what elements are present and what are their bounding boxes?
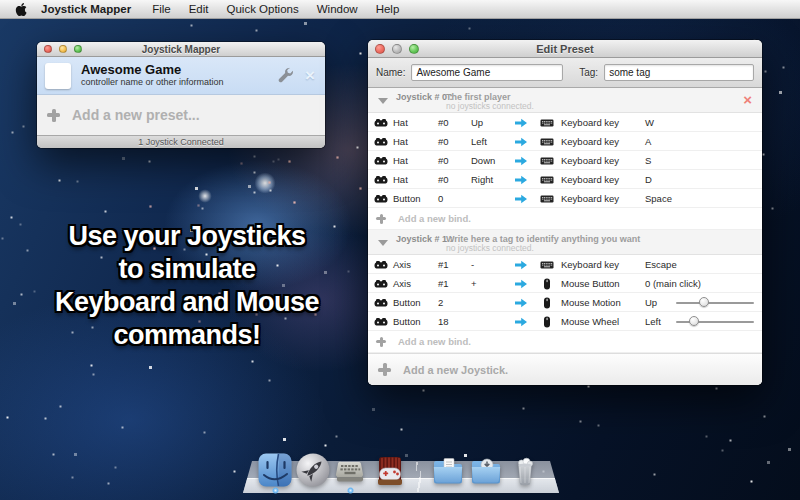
dock-documents-folder-icon[interactable] xyxy=(430,452,466,488)
window-title: Edit Preset xyxy=(536,43,593,55)
joystick-connected-status: 1 Joystick Connected xyxy=(138,137,224,147)
target-type: Keyboard key xyxy=(561,170,619,189)
preset-subtitle: controller name or other information xyxy=(81,77,278,88)
add-joystick-row[interactable]: Add a new Joystick. xyxy=(368,353,762,385)
joystick-1-header[interactable]: Joystick # 1 : Write here a tag to ident… xyxy=(368,230,762,255)
source-id: 2 xyxy=(438,293,443,312)
wrench-icon[interactable] xyxy=(278,67,295,84)
add-bind-label: Add a new bind. xyxy=(398,336,471,347)
slider-thumb[interactable] xyxy=(699,297,709,307)
joystick-0-header[interactable]: Joystick # 0 : The first player no joyst… xyxy=(368,88,762,113)
dock-downloads-folder-icon[interactable] xyxy=(468,452,504,488)
right-arrow-icon xyxy=(514,113,528,132)
bind-row[interactable]: Button 2 Mouse Motion Up xyxy=(368,293,762,312)
target-value: Escape xyxy=(645,255,677,274)
add-joystick-label: Add a new Joystick. xyxy=(403,364,508,376)
source-direction: + xyxy=(471,274,477,293)
keyboard-icon xyxy=(539,255,555,274)
menu-help[interactable]: Help xyxy=(367,0,409,18)
target-value: W xyxy=(645,113,654,132)
source-id: #0 xyxy=(438,113,449,132)
apple-menu[interactable] xyxy=(10,2,32,17)
delete-preset-icon[interactable]: × xyxy=(305,67,315,84)
preset-window-titlebar[interactable]: Joystick Mapper xyxy=(37,42,325,57)
remove-joystick-icon[interactable]: × xyxy=(743,90,752,110)
gamepad-icon xyxy=(374,151,388,170)
source-id: #0 xyxy=(438,151,449,170)
slider-thumb[interactable] xyxy=(689,316,699,326)
tagline-line-4: commands! xyxy=(22,319,352,352)
source-id: #1 xyxy=(438,274,449,293)
close-button[interactable] xyxy=(44,45,52,53)
menu-edit[interactable]: Edit xyxy=(180,0,218,18)
bind-row[interactable]: Axis #1 - Keyboard key Escape xyxy=(368,255,762,274)
menu-file[interactable]: File xyxy=(143,0,180,18)
target-value: 0 (main click) xyxy=(645,274,701,293)
target-type: Keyboard key xyxy=(561,132,619,151)
bind-row[interactable]: Hat #0 Up Keyboard key W xyxy=(368,113,762,132)
tagline-line-2: to simulate xyxy=(22,253,352,286)
add-bind-row[interactable]: Add a new bind. xyxy=(368,331,762,353)
dock-finder-icon[interactable] xyxy=(257,452,293,488)
right-arrow-icon xyxy=(514,312,528,331)
bind-row[interactable]: Button 18 Mouse Wheel Left xyxy=(368,312,762,331)
gamepad-icon xyxy=(374,293,388,312)
apple-icon xyxy=(15,2,28,17)
bind-row[interactable]: Hat #0 Down Keyboard key S xyxy=(368,151,762,170)
edit-window-titlebar[interactable]: Edit Preset xyxy=(368,40,762,58)
tagline-line-1: Use your Joysticks xyxy=(22,220,352,253)
right-arrow-icon xyxy=(514,170,528,189)
value-slider[interactable] xyxy=(676,293,754,312)
plus-icon xyxy=(378,363,391,376)
joystick-mapper-window: Joystick Mapper Awesome Game controller … xyxy=(37,42,325,148)
bind-row[interactable]: Button 0 Keyboard key Space xyxy=(368,189,762,208)
window-title: Joystick Mapper xyxy=(142,44,220,55)
source-id: #0 xyxy=(438,170,449,189)
zoom-button[interactable] xyxy=(409,44,419,54)
bindings-list: Joystick # 0 : The first player no joyst… xyxy=(368,88,762,385)
source-id: 18 xyxy=(438,312,449,331)
plus-icon xyxy=(376,214,386,224)
keyboard-icon xyxy=(539,113,555,132)
tag-input[interactable] xyxy=(604,64,754,81)
source-type: Axis xyxy=(393,274,411,293)
target-value: Up xyxy=(645,293,657,312)
running-indicator xyxy=(272,487,279,494)
mouse-icon xyxy=(539,274,555,293)
joystick-0-status: no joysticks connected. xyxy=(446,101,534,111)
menu-app-name[interactable]: Joystick Mapper xyxy=(32,0,143,18)
bind-row[interactable]: Hat #0 Right Keyboard key D xyxy=(368,170,762,189)
right-arrow-icon xyxy=(514,151,528,170)
mouse-icon xyxy=(539,312,555,331)
menu-bar: Joystick Mapper File Edit Quick Options … xyxy=(0,0,800,19)
close-button[interactable] xyxy=(375,44,385,54)
value-slider[interactable] xyxy=(676,312,754,331)
add-bind-row[interactable]: Add a new bind. xyxy=(368,208,762,230)
zoom-button[interactable] xyxy=(74,45,82,53)
target-type: Keyboard key xyxy=(561,151,619,170)
slider-track xyxy=(676,321,754,323)
add-preset-label: Add a new preset... xyxy=(72,107,200,123)
preset-list-item[interactable]: Awesome Game controller name or other in… xyxy=(37,57,325,95)
target-type: Keyboard key xyxy=(561,113,619,132)
gamepad-icon xyxy=(374,132,388,151)
dock-trash-icon[interactable] xyxy=(507,452,543,488)
bind-row[interactable]: Hat #0 Left Keyboard key A xyxy=(368,132,762,151)
target-value: Left xyxy=(645,312,661,331)
minimize-button[interactable] xyxy=(59,45,67,53)
menu-quick-options[interactable]: Quick Options xyxy=(217,0,307,18)
dock-keyboard-app-icon[interactable] xyxy=(332,452,368,488)
dock-gamepad-app-icon[interactable] xyxy=(372,452,408,488)
bind-row[interactable]: Axis #1 + Mouse Button 0 (main click) xyxy=(368,274,762,293)
dock-launchpad-icon[interactable] xyxy=(295,452,331,488)
name-input[interactable] xyxy=(411,64,563,81)
joystick-0-label: Joystick # 0 : xyxy=(396,92,453,102)
gamepad-icon xyxy=(374,189,388,208)
add-preset-row[interactable]: Add a new preset... xyxy=(37,95,325,135)
menu-window[interactable]: Window xyxy=(308,0,367,18)
disclosure-triangle-icon[interactable] xyxy=(378,240,388,246)
preset-status-bar: 1 Joystick Connected xyxy=(37,135,325,148)
source-direction: Down xyxy=(471,151,495,170)
target-type: Mouse Button xyxy=(561,274,620,293)
disclosure-triangle-icon[interactable] xyxy=(378,98,388,104)
